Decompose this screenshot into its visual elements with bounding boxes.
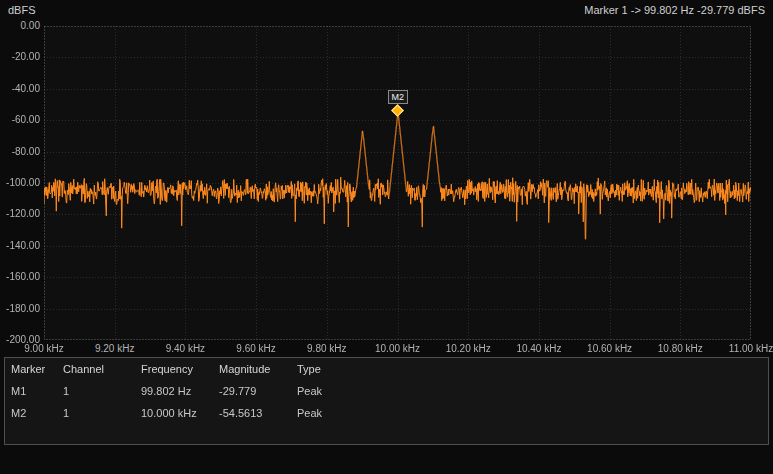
y-tick-label: -60.00 [0, 114, 40, 126]
column-header-channel: Channel [63, 363, 141, 375]
x-tick-label: 9.20 kHz [84, 343, 146, 355]
x-tick-label: 9.80 kHz [296, 343, 358, 355]
top-bar: dBFS Marker 1 -> 99.802 Hz -29.779 dBFS [0, 0, 773, 20]
column-header-frequency: Frequency [141, 363, 219, 375]
x-tick-label: 10.60 kHz [579, 343, 641, 355]
y-tick-label: -20.00 [0, 51, 40, 63]
column-header-magnitude: Magnitude [219, 363, 297, 375]
marker-table-rows: M1199.802 Hz-29.779PeakM2110.000 kHz-54.… [5, 380, 768, 424]
x-tick-label: 10.40 kHz [508, 343, 570, 355]
cell-magnitude: -54.5613 [219, 407, 297, 419]
marker-table-row-m1[interactable]: M1199.802 Hz-29.779Peak [5, 380, 768, 402]
cell-type: Peak [297, 407, 768, 419]
y-tick-label: -160.00 [0, 271, 40, 283]
cell-type: Peak [297, 385, 768, 397]
spectrum-plot-canvas[interactable] [44, 26, 751, 340]
column-header-marker: Marker [11, 363, 63, 375]
x-tick-label: 10.00 kHz [367, 343, 429, 355]
y-tick-label: -120.00 [0, 208, 40, 220]
x-tick-label: 10.80 kHz [649, 343, 711, 355]
y-axis-units-label: dBFS [8, 4, 36, 16]
cell-frequency: 10.000 kHz [141, 407, 219, 419]
y-tick-label: -180.00 [0, 303, 40, 315]
cell-frequency: 99.802 Hz [141, 385, 219, 397]
column-header-type: Type [297, 363, 768, 375]
spectrum-analyzer-window: dBFS Marker 1 -> 99.802 Hz -29.779 dBFS … [0, 0, 773, 474]
x-tick-label: 9.40 kHz [154, 343, 216, 355]
x-tick-label: 10.20 kHz [437, 343, 499, 355]
marker-readout: Marker 1 -> 99.802 Hz -29.779 dBFS [584, 4, 765, 16]
cell-magnitude: -29.779 [219, 385, 297, 397]
y-tick-label: -80.00 [0, 146, 40, 158]
x-tick-label: 9.60 kHz [225, 343, 287, 355]
cell-channel: 1 [63, 385, 141, 397]
x-tick-label: 11.00 kHz [720, 343, 773, 355]
marker-table-panel: MarkerChannelFrequencyMagnitudeType M119… [4, 357, 769, 445]
y-tick-label: -100.00 [0, 177, 40, 189]
x-tick-label: 9.00 kHz [13, 343, 75, 355]
marker-m2-label: M2 [388, 90, 409, 104]
cell-channel: 1 [63, 407, 141, 419]
marker-table-row-m2[interactable]: M2110.000 kHz-54.5613Peak [5, 402, 768, 424]
cell-marker: M1 [11, 385, 63, 397]
y-tick-label: 0.00 [0, 20, 40, 32]
y-tick-label: -140.00 [0, 240, 40, 252]
y-tick-label: -40.00 [0, 83, 40, 95]
marker-table-header: MarkerChannelFrequencyMagnitudeType [5, 358, 768, 380]
cell-marker: M2 [11, 407, 63, 419]
